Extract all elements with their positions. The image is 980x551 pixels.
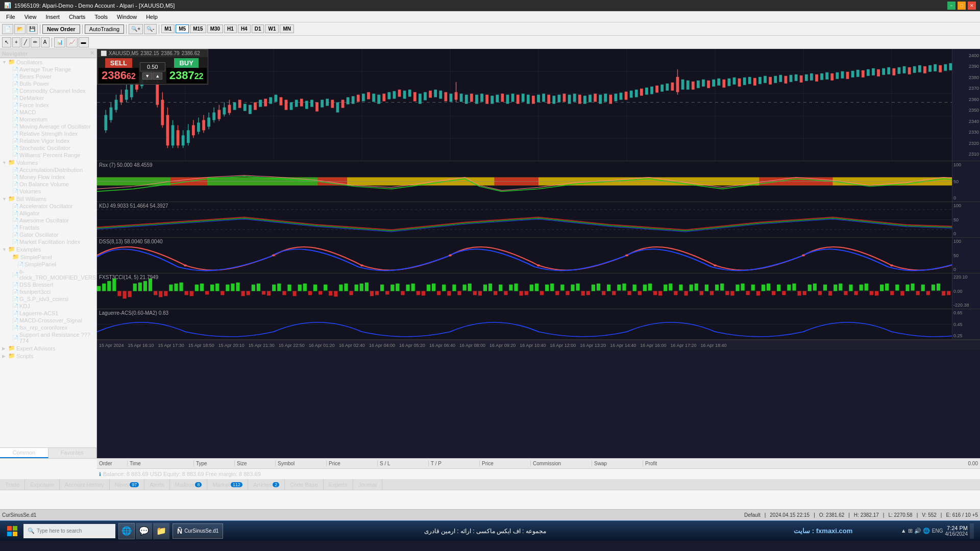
nav-item-bulls-power[interactable]: 📄Bulls Power — [0, 80, 96, 87]
draw-button[interactable]: ✏ — [31, 37, 40, 47]
bottom-tab-account-history[interactable]: Account History — [60, 479, 110, 490]
bottom-tab-codebase[interactable]: Code Base — [285, 479, 323, 490]
tf-h1[interactable]: H1 — [224, 24, 237, 33]
bottom-tab-news[interactable]: News 97 — [110, 479, 145, 490]
minimize-button[interactable]: − — [947, 2, 955, 10]
nav-item-mfi[interactable]: 📄Money Flow Index — [0, 173, 96, 181]
nav-item-osma[interactable]: 📄Moving Average of Oscillator — [0, 123, 96, 130]
nav-tab-common[interactable]: Common — [0, 448, 48, 458]
nav-item-simplepanel-folder[interactable]: 📁SimplePanel — [0, 253, 96, 261]
bottom-tab-experts[interactable]: Experts — [324, 479, 353, 490]
zoom-in-button[interactable]: 🔍+ — [129, 24, 143, 34]
new-order-button[interactable]: New Order — [42, 24, 80, 34]
nav-item-alligator[interactable]: 📄Alligator — [0, 210, 96, 217]
nav-item-macd[interactable]: 📄MACD — [0, 109, 96, 116]
taskbar-app-1[interactable]: 🌐 — [118, 523, 135, 539]
taskbar-search[interactable]: 🔍 — [23, 524, 115, 538]
sell-button[interactable]: SELL — [105, 58, 132, 68]
nav-tab-favorites[interactable]: Favorites — [48, 448, 97, 458]
bottom-tab-articles[interactable]: Articles 2 — [248, 479, 285, 490]
nav-item-bclock[interactable]: 📄b-clock_TRO_MODIFIED_VERS — [0, 268, 96, 281]
nav-group-examples-header[interactable]: ▼ 📁 Examples — [0, 245, 96, 253]
taskbar-app-3[interactable]: 📁 — [153, 523, 169, 539]
taskbar-search-input[interactable] — [37, 528, 108, 534]
nav-item-kdj[interactable]: 📄KDJ — [0, 303, 96, 310]
nav-item-ao[interactable]: 📄Awesome Oscillator — [0, 217, 96, 224]
menu-item-window[interactable]: Window — [113, 13, 141, 21]
tf-h4[interactable]: H4 — [238, 24, 251, 33]
text-button[interactable]: A — [41, 37, 50, 47]
tf-m1[interactable]: M1 — [161, 24, 175, 33]
crosshair-button[interactable]: + — [12, 37, 20, 47]
nav-item-volumes[interactable]: 📄Volumes — [0, 188, 96, 195]
nav-item-macd-crossover[interactable]: 📄MACD-Crossover_Signal — [0, 317, 96, 324]
close-button[interactable]: ✕ — [968, 2, 976, 10]
nav-item-mfi2[interactable]: 📄Market Facilitation Index — [0, 238, 96, 245]
line-button[interactable]: ╱ — [21, 37, 30, 47]
bottom-tab-mailbox[interactable]: Mailbox 8 — [170, 479, 208, 490]
bottom-tab-market[interactable]: Market 112 — [207, 479, 248, 490]
nav-item-demarker[interactable]: 📄DeMarker — [0, 94, 96, 102]
nav-item-gsp[interactable]: 📄G_S.P_idv3_cciersi — [0, 295, 96, 303]
lot-down-button[interactable]: ▼ — [142, 72, 152, 80]
navigator-close[interactable]: ✕ — [90, 50, 94, 57]
nav-item-cci[interactable]: 📄Commodity Channel Index — [0, 87, 96, 94]
nav-item-obv[interactable]: 📄On Balance Volume — [0, 181, 96, 188]
nav-item-ad[interactable]: 📄Accumulation/Distribution — [0, 166, 96, 173]
nav-item-stoch[interactable]: 📄Stochastic Oscillator — [0, 144, 96, 152]
nav-item-rvi[interactable]: 📄Relative Vigor Index — [0, 137, 96, 144]
taskbar-alpari-app[interactable]: Ñ CurSinusSe.d1 — [173, 523, 223, 539]
chart-type-2[interactable]: 📈 — [66, 37, 78, 47]
lot-up-button[interactable]: ▲ — [153, 72, 162, 80]
chart-type-1[interactable]: 📊 — [54, 37, 65, 47]
menu-item-help[interactable]: Help — [142, 13, 162, 21]
tf-m5[interactable]: M5 — [176, 24, 189, 33]
nav-item-momentum[interactable]: 📄Momentum — [0, 116, 96, 123]
nav-item-rsi[interactable]: 📄Relative Strength Index — [0, 130, 96, 137]
nav-item-support-resistance[interactable]: 📄Support and Resistance ??? 774 — [0, 331, 96, 344]
nav-item-ac[interactable]: 📄Accelerator Oscillator — [0, 203, 96, 210]
autotrading-button[interactable]: AutoTrading — [85, 24, 125, 34]
nav-item-force[interactable]: 📄Force Index — [0, 102, 96, 109]
show-desktop-button[interactable] — [970, 523, 974, 539]
nav-item-bears-power[interactable]: 📄Bears Power — [0, 73, 96, 80]
taskbar-app-2[interactable]: 💬 — [136, 523, 152, 539]
maximize-button[interactable]: □ — [958, 2, 966, 10]
start-button[interactable] — [2, 522, 22, 540]
nav-item-wpr[interactable]: 📄Williams' Percent Range — [0, 152, 96, 159]
tf-m30[interactable]: M30 — [207, 24, 223, 33]
nav-group-bw-header[interactable]: ▼ 📁 Bill Williams — [0, 195, 96, 203]
nav-group-volumes-header[interactable]: ▼ 📁 Volumes — [0, 159, 96, 166]
nav-item-gator[interactable]: 📄Gator Oscillator — [0, 231, 96, 238]
tf-d1[interactable]: D1 — [252, 24, 264, 33]
nav-item-average-true-range[interactable]: 📄Average True Range — [0, 66, 96, 73]
menu-item-tools[interactable]: Tools — [90, 13, 112, 21]
menu-item-charts[interactable]: Charts — [65, 13, 89, 21]
nav-item-fxsnipert3cci[interactable]: 📄fxsnipert3cci — [0, 288, 96, 295]
new-file-button[interactable]: 📄 — [2, 24, 13, 34]
nav-group-ea-header[interactable]: ▶ 📁 Expert Advisors — [0, 344, 96, 352]
tf-w1[interactable]: W1 — [265, 24, 279, 33]
buy-button[interactable]: BUY — [174, 58, 198, 68]
tf-m15[interactable]: M15 — [190, 24, 206, 33]
bottom-tab-exposure[interactable]: Exposure — [25, 479, 59, 490]
menu-item-view[interactable]: View — [20, 13, 41, 21]
zoom-out-button[interactable]: 🔍- — [144, 24, 157, 34]
open-button[interactable]: 📂 — [14, 24, 26, 34]
nav-item-simplepanel[interactable]: 📄SimplePanel — [0, 261, 96, 268]
save-button[interactable]: 💾 — [27, 24, 38, 34]
nav-item-fractals[interactable]: 📄Fractals — [0, 224, 96, 231]
nav-group-scripts-header[interactable]: ▶ 📁 Scripts — [0, 352, 96, 360]
nav-item-fsx[interactable]: 📄fsx_nrp_coronforex — [0, 324, 96, 331]
bottom-tab-journal[interactable]: Journal — [353, 479, 382, 490]
bottom-tab-trade[interactable]: Trade — [0, 479, 25, 490]
lot-input[interactable] — [140, 62, 165, 71]
menu-item-file[interactable]: File — [2, 13, 19, 21]
nav-item-laguerre[interactable]: 📄Laguerre-ACS1 — [0, 310, 96, 317]
nav-item-dssbressert[interactable]: 📄DSS Bressert — [0, 281, 96, 288]
nav-group-oscillators-header[interactable]: ▼ 📁 Oscillators — [0, 58, 96, 66]
menu-item-insert[interactable]: Insert — [41, 13, 64, 21]
chart-type-3[interactable]: ▬ — [79, 37, 89, 47]
bottom-tab-alerts[interactable]: Alerts — [144, 479, 169, 490]
cursor-button[interactable]: ↖ — [2, 37, 11, 47]
